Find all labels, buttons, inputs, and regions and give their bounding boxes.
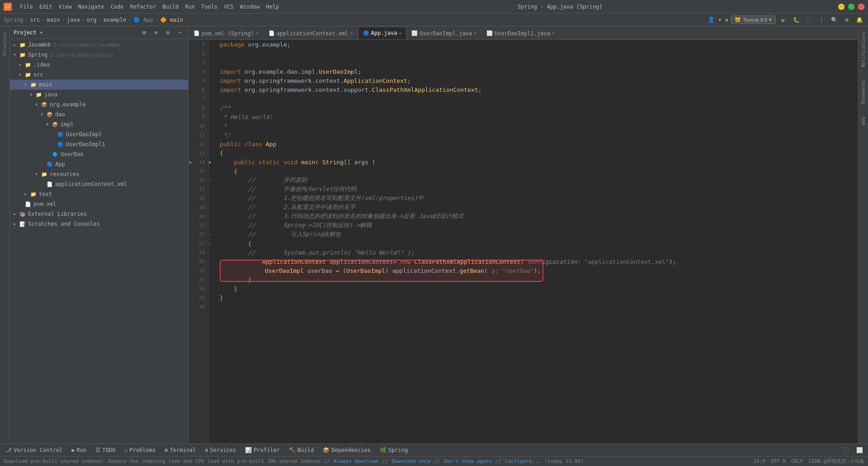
menu-window[interactable]: Window xyxy=(237,3,262,11)
breadcrumb-main[interactable]: main xyxy=(47,17,60,23)
run-arrow-14: ▶ xyxy=(189,160,192,165)
tab-close-pom[interactable]: × xyxy=(256,31,259,36)
breadcrumb-app[interactable]: 🔵 App xyxy=(133,17,153,23)
services-btn[interactable]: ⚙ Services xyxy=(203,446,238,454)
tree-item-resources[interactable]: ▼ 📁 resources xyxy=(10,169,188,179)
tree-item-idea[interactable]: ▶ 📁 .idea xyxy=(10,60,188,70)
gutter-15 xyxy=(209,166,216,176)
breadcrumb-org[interactable]: org xyxy=(87,17,97,23)
breadcrumb-spring[interactable]: Spring xyxy=(4,17,23,23)
tree-item-appcontext-xml[interactable]: ▶ 📄 applicationContext.xml xyxy=(10,179,188,189)
encoding-label[interactable]: UTF-8 xyxy=(771,458,786,464)
tree-item-main[interactable]: ▼ 📁 main xyxy=(10,80,188,90)
todo-label: TODO xyxy=(102,447,115,453)
menu-build[interactable]: Build xyxy=(160,3,181,11)
terminal-btn[interactable]: ⊞ Terminal xyxy=(163,446,198,454)
split-tool-window[interactable]: ⬜ xyxy=(854,445,864,455)
tree-item-org-example[interactable]: ▼ 📦 org.example xyxy=(10,100,188,109)
tree-item-spring[interactable]: ▼ 📁 Spring D:\Users\Admin\Spring xyxy=(10,50,188,60)
menu-edit[interactable]: Edit xyxy=(37,3,55,11)
always-download-link[interactable]: Always download xyxy=(334,458,378,464)
more-run-options[interactable]: ⋮ xyxy=(816,15,826,25)
tree-item-test[interactable]: ▶ 📁 test xyxy=(10,189,188,199)
tab-close-app[interactable]: × xyxy=(399,31,401,36)
debug-button[interactable]: 🐛 xyxy=(791,15,801,25)
tree-item-userdao[interactable]: ▶ 🔷 UserDao xyxy=(10,149,188,159)
spring-btn[interactable]: 🌿 Spring xyxy=(378,446,410,454)
menu-code[interactable]: Code xyxy=(108,3,127,11)
breadcrumb-example[interactable]: example xyxy=(104,17,127,23)
tree-item-scratches[interactable]: ▶ 📝 Scratches and Consoles xyxy=(10,219,188,229)
tab-app-java[interactable]: 🔵 App.java × xyxy=(358,27,407,39)
menu-vcs[interactable]: VCS xyxy=(221,3,236,11)
tab-close-appcontext[interactable]: × xyxy=(350,31,353,36)
gutter-11 xyxy=(209,130,216,139)
breadcrumb-main-method[interactable]: 🔶 main xyxy=(160,17,183,23)
menu-navigate[interactable]: Navigate xyxy=(75,3,107,11)
minimize-button[interactable]: − xyxy=(838,4,844,10)
download-once-link[interactable]: Download once xyxy=(392,458,430,464)
expand-tool-window[interactable]: ⬛ xyxy=(841,445,851,455)
tree-item-javaweb[interactable]: ▶ 📁 JavaWeb D:\Users\Admin\JavaWeb xyxy=(10,40,188,50)
breadcrumb-java[interactable]: java xyxy=(67,17,80,23)
panel-minimize[interactable]: − xyxy=(175,28,184,38)
tab-appcontext[interactable]: 📄 applicationContext.xml × xyxy=(264,27,358,39)
menu-file[interactable]: File xyxy=(17,3,36,11)
version-control-btn[interactable]: ⎇ Version Control xyxy=(4,446,64,454)
web-side-tab[interactable]: Web xyxy=(860,115,867,127)
tree-item-impl[interactable]: ▼ 📦 impl xyxy=(10,119,188,129)
tree-item-java[interactable]: ▼ 📁 java xyxy=(10,90,188,100)
tree-item-userdaoimpl[interactable]: ▶ 🔵 UserDaoImpl xyxy=(10,129,188,139)
problems-btn[interactable]: ⚠ Problems xyxy=(123,446,157,454)
tab-userdaoimpl1[interactable]: ⬜ UserDaoImpl1.java × xyxy=(481,27,560,39)
menu-help[interactable]: Help xyxy=(263,3,282,11)
profiler-btn[interactable]: 📊 Profiler xyxy=(243,446,282,454)
linenum-14: ▶ 14 xyxy=(189,157,208,166)
code-editor[interactable]: package org.example; import org.example.… xyxy=(216,40,862,443)
linenum-30: 30 xyxy=(189,302,208,311)
line-numbers: 1 2 3 4 5 6 7 8 9 10 11 12 13 ▶ 14 15 16… xyxy=(189,40,209,443)
build-btn[interactable]: 🔨 Build xyxy=(287,446,316,454)
menu-view[interactable]: View xyxy=(56,3,75,11)
crlf-label[interactable]: CRLF xyxy=(791,458,803,464)
tab-close-userdaoimpl1[interactable]: × xyxy=(552,31,555,36)
tab-close-userdaoimpl[interactable]: × xyxy=(474,31,476,36)
settings-button[interactable]: ⚙ xyxy=(842,15,852,25)
bookmarks-side-tab[interactable]: Bookmarks xyxy=(860,78,867,106)
menu-refactor[interactable]: Refactor xyxy=(127,3,159,11)
tab-pom-xml[interactable]: 📄 pom.xml (Spring) × xyxy=(189,27,264,39)
tree-item-src[interactable]: ▼ 📁 src xyxy=(10,70,188,80)
arrow-src: ▼ xyxy=(19,72,24,77)
run-button[interactable]: ▶ xyxy=(778,15,788,25)
tree-item-dao[interactable]: ▼ 📦 dao xyxy=(10,109,188,119)
linenum-13: 13 xyxy=(189,148,208,157)
linenum-18: 18 xyxy=(189,194,208,203)
todo-btn[interactable]: ☰ TODO xyxy=(94,446,117,454)
panel-settings[interactable]: ⚙ xyxy=(163,28,173,38)
menu-tools[interactable]: Tools xyxy=(198,3,220,11)
structure-tab[interactable]: Structure xyxy=(1,30,8,58)
tree-item-pom[interactable]: ▶ 📄 pom.xml xyxy=(10,199,188,209)
notifications-button[interactable]: 🔔 xyxy=(854,15,864,25)
nav-icon-forward[interactable]: ◀ xyxy=(724,16,728,23)
dont-show-link[interactable]: Don't show again xyxy=(444,458,492,464)
stop-button[interactable]: ⬛ xyxy=(804,15,814,25)
panel-expand-all[interactable]: ⊞ xyxy=(139,28,149,38)
menu-run[interactable]: Run xyxy=(182,3,198,11)
search-everywhere[interactable]: 🔍 xyxy=(829,15,839,25)
run-btn-bottom[interactable]: ▶ Run xyxy=(70,446,88,454)
maximize-button[interactable]: □ xyxy=(848,4,854,10)
notifications-side-tab[interactable]: Notifications xyxy=(860,30,867,69)
panel-collapse[interactable]: ≡ xyxy=(151,28,161,38)
tomcat-button[interactable]: 🐱 Tomcat 8.0 ▾ xyxy=(731,15,776,24)
tab-userdaoimpl[interactable]: ⬜ UserDaoImpl.java × xyxy=(406,27,481,39)
tree-item-app[interactable]: ▶ 🔵 App xyxy=(10,159,188,169)
dependencies-btn[interactable]: 📦 Dependencies xyxy=(321,446,373,454)
breadcrumb-src[interactable]: src xyxy=(30,17,40,23)
tree-item-ext-libs[interactable]: ▶ 📚 External Libraries xyxy=(10,209,188,219)
configure-link[interactable]: Configure... xyxy=(505,458,541,464)
tree-item-userdaoimpl1[interactable]: ▶ 🔵 UserDaoImpl1 xyxy=(10,139,188,149)
close-button[interactable]: × xyxy=(858,4,864,10)
gutter-17 xyxy=(209,185,216,194)
nav-icon-back[interactable]: 👤 ▾ xyxy=(708,16,722,23)
